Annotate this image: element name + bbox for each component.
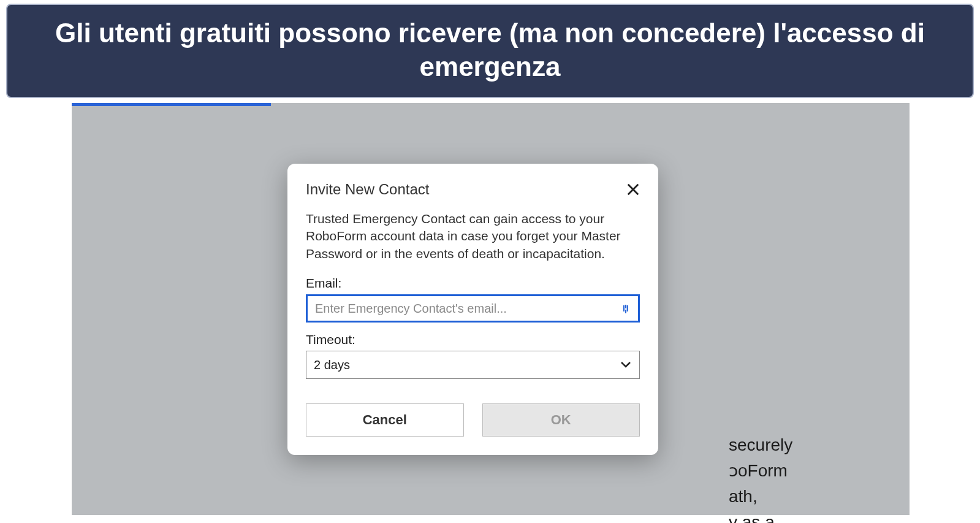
background-text-fragment: ath, xyxy=(729,484,758,510)
dialog-button-row: Cancel OK xyxy=(306,403,640,437)
main-canvas: securely ɔoForm ath, y as a very. Invite… xyxy=(0,0,980,523)
background-text-fragment: securely xyxy=(729,432,792,458)
background-text-fragment: ɔoForm xyxy=(729,458,788,484)
email-label: Email: xyxy=(306,276,640,291)
cancel-button[interactable]: Cancel xyxy=(306,403,464,437)
dialog-header: Invite New Contact xyxy=(306,181,640,198)
email-input[interactable] xyxy=(306,294,640,323)
dialog-title: Invite New Contact xyxy=(306,181,429,198)
background-text-fragment: y as a xyxy=(729,510,775,523)
caption-banner: Gli utenti gratuiti possono ricevere (ma… xyxy=(6,4,974,98)
autofill-icon[interactable]: I¦I xyxy=(623,303,632,313)
ok-button[interactable]: OK xyxy=(482,403,640,437)
dialog-description: Trusted Emergency Contact can gain acces… xyxy=(306,210,640,262)
close-icon[interactable] xyxy=(626,183,640,196)
timeout-select[interactable]: 2 days xyxy=(306,351,640,379)
timeout-label: Timeout: xyxy=(306,332,640,347)
invite-contact-dialog: Invite New Contact Trusted Emergency Con… xyxy=(287,164,658,455)
timeout-select-wrapper: 2 days xyxy=(306,351,640,379)
email-input-wrapper: I¦I xyxy=(306,294,640,323)
